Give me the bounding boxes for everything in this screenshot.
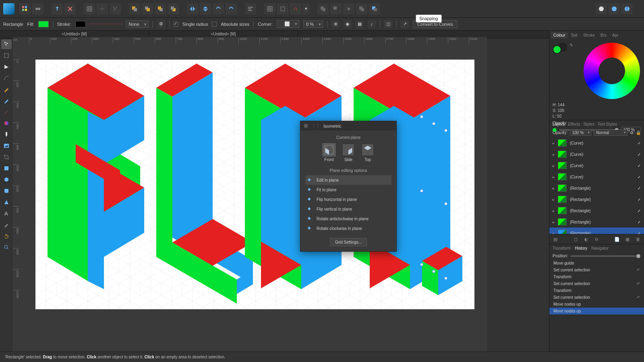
flip-h-btn[interactable]	[187, 3, 198, 14]
pen-tool[interactable]	[1, 85, 12, 94]
layer-row[interactable]: ▸(Rectangle)✓	[549, 228, 644, 234]
single-radius-checkbox[interactable]	[174, 22, 178, 27]
stroke-swatch[interactable]	[75, 21, 86, 27]
select-box-btn[interactable]: ◫	[384, 20, 392, 28]
selection-handle[interactable]	[432, 270, 435, 273]
colour-wells[interactable]: ✎	[553, 43, 573, 54]
cycle-btn[interactable]: ↕	[368, 20, 376, 28]
selection-handle[interactable]	[444, 202, 447, 205]
history-item[interactable]: Set current selection↶	[549, 280, 644, 287]
fill-swatch[interactable]	[38, 21, 49, 27]
boolean-sub-btn[interactable]	[330, 3, 342, 14]
selection-handle[interactable]	[420, 189, 423, 192]
boolean-int-btn[interactable]	[343, 3, 354, 14]
tab-navigator[interactable]: Navigator	[591, 246, 609, 250]
show-transform-btn[interactable]: ◉	[344, 20, 352, 28]
fx-icon[interactable]: fx	[593, 236, 601, 242]
hide-selection-btn[interactable]: ▦	[356, 20, 364, 28]
layer-row[interactable]: ▸(Curve)✓	[549, 171, 644, 182]
persona-btn-1[interactable]	[19, 3, 31, 14]
boolean-xor-btn[interactable]	[356, 3, 367, 14]
order-forward-btn[interactable]	[142, 3, 153, 14]
history-item[interactable]: Move nodes up	[549, 301, 644, 308]
layer-opacity-value[interactable]: 100 %	[570, 130, 591, 136]
order-back-btn[interactable]	[168, 3, 179, 14]
snap-dropdown[interactable]: ▾	[303, 3, 309, 14]
plane-side[interactable]: Side	[342, 144, 354, 162]
rounded-rect-tool[interactable]	[1, 186, 12, 196]
iso-option[interactable]: ◆Flip vertical in plane	[305, 204, 391, 214]
plane-top[interactable]: Top	[362, 144, 374, 162]
gear-icon[interactable]: ⚙	[157, 20, 165, 28]
auto-btn[interactable]	[64, 3, 76, 14]
absolute-sizes-checkbox[interactable]	[212, 22, 217, 27]
upload-btn[interactable]	[52, 3, 63, 14]
layer-row[interactable]: ▸(Curve)✓	[549, 149, 644, 160]
canvas[interactable]	[35, 60, 474, 309]
flip-v-btn[interactable]	[200, 3, 211, 14]
fill-tool[interactable]	[1, 118, 12, 128]
layer-stack-icon[interactable]: ▤	[552, 236, 559, 242]
crop-tool[interactable]	[1, 152, 12, 162]
layer-list[interactable]: ▸(Curve)✓▸(Curve)✓▸(Curve)✓▸(Curve)✓▸(Re…	[549, 137, 644, 234]
rotate-cw-btn[interactable]	[226, 3, 237, 14]
isometric-panel[interactable]: ⋮⋮ Isometric Current plane Front Side To…	[300, 121, 397, 252]
corner-tool[interactable]	[1, 73, 12, 83]
layer-row[interactable]: ▸(Rectangle)✓	[549, 205, 644, 216]
boolean-div-btn[interactable]	[369, 3, 380, 14]
triangle-tool[interactable]	[1, 197, 12, 207]
tab-colour[interactable]: Colour	[551, 32, 567, 39]
history-item[interactable]: Transform	[549, 273, 644, 280]
iso-letter-b[interactable]	[48, 64, 156, 297]
axis-btn[interactable]	[110, 3, 121, 14]
view-mode-3[interactable]	[621, 3, 633, 14]
tab-stroke[interactable]: Stroke	[581, 32, 597, 39]
tab-history[interactable]: History	[575, 246, 587, 250]
history-item[interactable]: Transform	[549, 287, 644, 294]
snapping-btn[interactable]: ∩	[290, 3, 301, 14]
iso-option[interactable]: ◆Fit to plane	[305, 185, 391, 194]
artboard-tool[interactable]	[1, 51, 12, 60]
iso-option[interactable]: ◆Rotate clockwise in plane	[305, 223, 391, 233]
layer-row[interactable]: ▸(Curve)✓	[549, 137, 644, 149]
persona-btn-2[interactable]	[32, 3, 43, 14]
order-backward-btn[interactable]	[155, 3, 166, 14]
plane-front[interactable]: Front	[323, 144, 335, 162]
selection-handle[interactable]	[420, 263, 423, 266]
rotate-ccw-btn[interactable]	[213, 3, 224, 14]
grid-btn[interactable]	[84, 3, 95, 14]
selection-handle[interactable]	[420, 115, 423, 118]
eyedropper-icon[interactable]: ✎	[569, 43, 573, 54]
stroke-style-dropdown[interactable]: None	[126, 21, 149, 28]
colour-wheel[interactable]	[584, 43, 640, 99]
iso-option[interactable]: ◆Flip horizontal in plane	[305, 194, 391, 204]
history-item[interactable]: Move nodes up	[549, 308, 644, 314]
fill-well[interactable]	[553, 45, 561, 54]
transform-origin-btn[interactable]: ⊕	[331, 20, 340, 28]
show-grid-btn[interactable]	[264, 3, 275, 14]
selection-handle[interactable]	[444, 277, 447, 280]
hand-tool[interactable]	[1, 231, 12, 241]
blend-mode-dropdown[interactable]: Normal	[594, 130, 627, 136]
convert-prefix-btn[interactable]: ↗	[401, 20, 409, 28]
node-tool[interactable]	[1, 62, 12, 72]
add-group-icon[interactable]: ▦	[624, 236, 631, 242]
add-layer-icon[interactable]: 📄	[613, 236, 621, 242]
snap-edges-btn[interactable]	[277, 3, 288, 14]
selection-handle[interactable]	[432, 122, 435, 125]
layer-row[interactable]: ▸(Rectangle)✓	[549, 194, 644, 205]
history-item[interactable]: Set current selection↶	[549, 294, 644, 301]
grid-settings-btn[interactable]: Grid Settings...	[330, 238, 367, 246]
history-item[interactable]: Move guide	[549, 260, 644, 267]
view-mode-1[interactable]	[596, 3, 607, 14]
iso-option[interactable]: ◆Rotate anticlockwise in plane	[305, 214, 391, 223]
order-front-btn[interactable]	[129, 3, 140, 14]
text-tool[interactable]: A	[1, 209, 12, 218]
mask-icon[interactable]: ◻	[572, 236, 580, 242]
boolean-add-btn[interactable]	[317, 3, 329, 14]
pencil-tool[interactable]	[1, 96, 12, 105]
corner-value-field[interactable]: 0 %	[303, 21, 323, 28]
move-tool[interactable]	[1, 39, 12, 49]
zoom-tool[interactable]	[1, 242, 12, 252]
delete-layer-icon[interactable]: 🗑	[634, 236, 642, 242]
